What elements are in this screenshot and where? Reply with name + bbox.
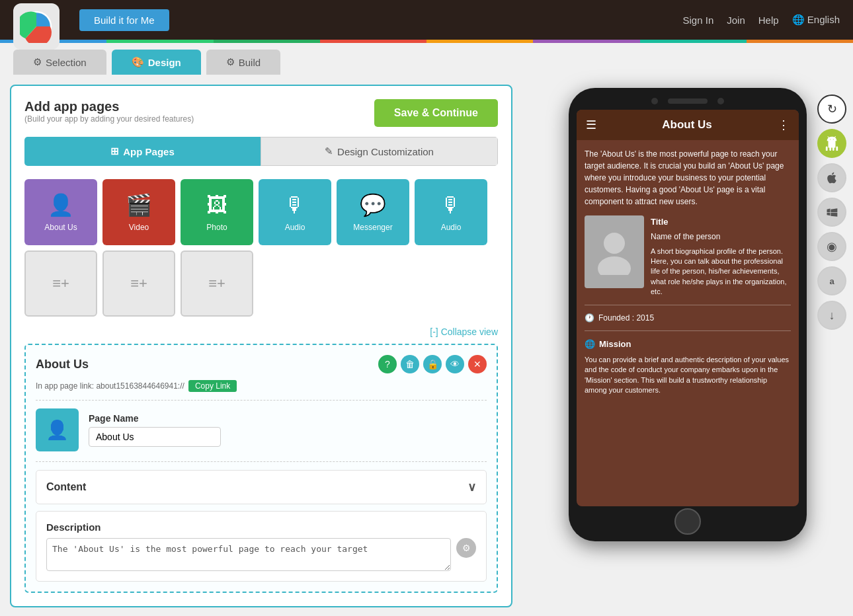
content-section-header[interactable]: Content ∨ [36,471,486,504]
content-section: Content ∨ [36,470,487,504]
delete-button[interactable]: 🗑 [401,355,419,373]
tab-build[interactable]: ⚙ Build [206,50,280,75]
add-pages-titles: Add app pages (Build your app by adding … [24,99,194,124]
android-icon-button[interactable] [817,129,846,158]
about-us-panel-title: About Us [36,358,89,371]
page-icon-empty-1[interactable]: ≡+ [24,250,97,317]
edit-icon: ✎ [325,145,333,157]
tabs-row: ⚙ Selection 🎨 Design ⚙ Build [0,43,853,75]
gear-icon: ⚙ [226,56,235,68]
page-icon-audio-2[interactable]: 🎙 Audio [415,179,487,245]
description-section: Description The 'About Us' is the most p… [36,511,487,582]
close-button[interactable]: ✕ [468,355,487,373]
download-icon-button[interactable]: ↓ [817,301,846,330]
app-link-row: In app page link: about15163844646941://… [36,380,487,392]
mic-icon-2: 🎙 [440,193,462,217]
tab-selection[interactable]: ⚙ Selection [13,50,106,75]
phone-bottom-bar [577,512,799,531]
color-bar [0,40,853,43]
phone-app-header: ☰ About Us ⋮ [577,110,799,140]
mic-icon-1: 🎙 [284,193,305,217]
phone-camera [651,98,658,104]
main-content: Add app pages (Build your app by adding … [0,75,853,616]
help-link[interactable]: Help [758,15,779,26]
sub-tabs: ⊞ App Pages ✎ Design Customization [24,137,498,166]
help-button[interactable]: ? [378,355,397,373]
blackberry-icon-button[interactable]: ◉ [817,232,846,261]
phone-device: ☰ About Us ⋮ The 'About Us' is the most … [569,88,807,541]
phone-screen: ☰ About Us ⋮ The 'About Us' is the most … [577,110,799,506]
refresh-icon-button[interactable]: ↻ [817,95,846,124]
about-us-panel-header: About Us ? 🗑 🔒 👁 ✕ [36,355,487,373]
app-link-text: In app page link: about15163844646941:// [36,381,184,391]
description-textarea[interactable]: The 'About Us' is the most powerful page… [46,538,451,571]
globe-icon: 🌐 [792,14,805,25]
page-icon-empty-3[interactable]: ≡+ [181,250,253,317]
sub-tab-design-customization[interactable]: ✎ Design Customization [261,137,498,166]
person-title: Title [651,215,791,229]
page-icon-video[interactable]: 🎬 Video [102,179,175,245]
chevron-down-icon: ∨ [467,480,476,494]
pages-grid: 👤 About Us 🎬 Video 🖼 Photo 🎙 Audio 💬 [24,179,498,317]
more-options-icon: ⋮ [778,118,790,132]
lock-button[interactable]: 🔒 [423,355,442,373]
collapse-row: [-] Collapse view [24,327,498,337]
logo [13,3,60,50]
left-panel: Add app pages (Build your app by adding … [0,75,522,616]
page-name-row: 👤 Page Name [36,408,487,451]
collapse-link[interactable]: [-] Collapse view [430,327,498,337]
person-icon-large: 👤 [46,419,69,441]
phone-mission-text: You can provide a brief and authentic de… [585,355,791,396]
svg-point-2 [598,256,631,275]
description-row: The 'About Us' is the most powerful page… [46,538,476,571]
phone-content: The 'About Us' is the most powerful page… [577,140,799,404]
page-icon-about-us[interactable]: 👤 About Us [24,179,97,245]
apple-icon-button[interactable] [817,163,846,192]
amazon-icon-button[interactable]: a [817,266,846,295]
page-name-field: Page Name [89,413,221,447]
globe-small-icon: 🌐 [585,338,595,351]
phone-speaker [668,98,708,104]
add-pages-subtitle: (Build your app by adding your desired f… [24,114,194,124]
language-selector[interactable]: 🌐 English [792,14,840,26]
description-settings-button[interactable]: ⚙ [456,538,476,558]
hamburger-icon: ☰ [586,118,596,132]
person-icon: 👤 [48,192,74,217]
page-icon-audio-1[interactable]: 🎙 Audio [259,179,331,245]
add-pages-title: Add app pages [24,99,194,114]
build-for-me-button[interactable]: Build it for Me [79,9,169,31]
add-pages-box: Add app pages (Build your app by adding … [10,85,512,607]
page-name-input[interactable] [89,427,221,447]
chat-icon: 💬 [360,192,386,217]
side-icons: ↻ ◉ a ↓ [817,95,846,330]
top-nav: Build it for Me Sign In Join Help 🌐 Engl… [0,0,853,40]
join-link[interactable]: Join [727,15,745,26]
windows-icon-button[interactable] [817,198,846,227]
video-icon: 🎬 [126,192,152,217]
sub-tab-app-pages[interactable]: ⊞ App Pages [24,137,261,166]
phone-person-row: Title Name of the person A short biograp… [585,215,791,297]
grid-icon: ⊞ [110,145,119,157]
page-name-icon: 👤 [36,408,79,451]
visibility-button[interactable]: 👁 [446,355,464,373]
phone-home-button [674,508,701,535]
phone-camera-2 [717,98,724,104]
tab-design[interactable]: 🎨 Design [112,50,201,75]
person-bio: A short biographical profile of the pers… [651,247,791,297]
page-name-label: Page Name [89,413,221,424]
phone-founded: 🕐 Founded : 2015 [585,312,791,324]
save-continue-button[interactable]: Save & Continue [374,99,498,127]
phone-avatar [585,215,644,288]
nav-right: Sign In Join Help 🌐 English [683,14,840,26]
phone-title: About Us [662,118,712,132]
right-panel: ☰ About Us ⋮ The 'About Us' is the most … [522,75,853,616]
copy-link-button[interactable]: Copy Link [188,380,237,392]
panel-actions: ? 🗑 🔒 👁 ✕ [378,355,487,373]
person-info: Title Name of the person A short biograp… [651,215,791,297]
sign-in-link[interactable]: Sign In [683,15,714,26]
content-label: Content [46,481,86,493]
page-icon-photo[interactable]: 🖼 Photo [181,179,253,245]
phone-top-bar [577,98,799,104]
page-icon-messenger[interactable]: 💬 Messenger [337,179,409,245]
page-icon-empty-2[interactable]: ≡+ [102,250,175,317]
